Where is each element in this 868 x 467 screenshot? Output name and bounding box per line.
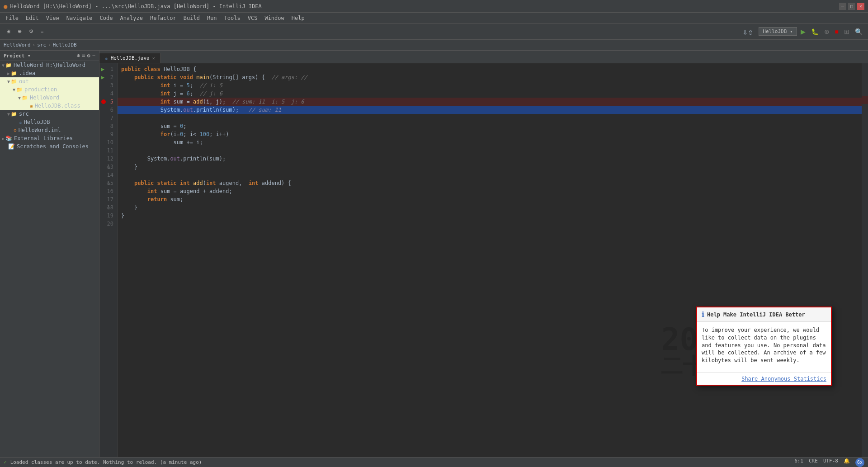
maximize-button[interactable]: □: [848, 3, 855, 10]
line-num-18: ◇ 18: [99, 203, 117, 212]
popup-link-share[interactable]: Share Anonymous Statistics: [741, 376, 826, 382]
sum-assign-16: sum = augend + addend;: [160, 188, 232, 194]
minimize-button[interactable]: ─: [839, 3, 846, 10]
param-addend: addend) {: [262, 180, 291, 186]
project-panel: Project ▾ ⊕ ≡ ⚙ − ▼ 📁 HelloWord H:\Hello…: [0, 51, 99, 467]
tree-item-helloword-out[interactable]: ▼ 📁 HelloWord: [0, 94, 99, 102]
menu-refactor[interactable]: Refactor: [146, 14, 180, 22]
project-hide-btn[interactable]: −: [92, 52, 95, 59]
num-6: 6: [187, 90, 190, 97]
close-button[interactable]: ✕: [857, 3, 864, 10]
menu-tools[interactable]: Tools: [221, 14, 244, 22]
hint-args: // args: //: [271, 74, 307, 80]
num-100: 100: [199, 131, 209, 137]
tree-item-hellojdb[interactable]: ☕ HelloJDB: [0, 118, 99, 126]
tree-item-out[interactable]: ▼ 📁 out: [0, 77, 99, 85]
tree-arrow-root: ▼: [2, 63, 5, 68]
breakpoint-dot-5: [101, 99, 106, 104]
kw-public-1: public: [121, 66, 144, 72]
code-content[interactable]: public class HelloJDB { public static vo…: [118, 63, 862, 459]
menu-navigate[interactable]: Navigate: [63, 14, 96, 22]
tree-item-root[interactable]: ▼ 📁 HelloWord H:\HelloWord: [0, 61, 99, 69]
tree-item-src[interactable]: ▼ 📁 src: [0, 110, 99, 118]
encoding-indicator[interactable]: CRE: [809, 458, 818, 467]
tree-label-out: out: [19, 78, 29, 85]
fn-add: add: [193, 99, 203, 105]
project-collapse-btn[interactable]: ≡: [82, 52, 85, 59]
return-sum: sum;: [170, 196, 183, 203]
coverage-button[interactable]: ⊕: [822, 27, 831, 36]
line-num-20: 20: [99, 220, 117, 228]
tree-item-class[interactable]: ◉ HelloJDB.class: [0, 102, 99, 110]
run-config-select[interactable]: HelloJDB ▾: [759, 27, 797, 36]
project-folder-icon: 📁: [5, 62, 12, 68]
kw-int-5: int: [160, 99, 174, 105]
tree-item-ext-libs[interactable]: ▶ 📚 External Libraries: [0, 134, 99, 142]
line-num-4: 4: [99, 90, 117, 98]
var-j-decl: j =: [174, 90, 187, 97]
code-line-19: }: [118, 212, 862, 220]
tree-item-idea[interactable]: ▶ 📁 .idea: [0, 69, 99, 77]
tree-item-production[interactable]: ▼ 📁 production: [0, 85, 99, 94]
error-gutter-5: [862, 96, 868, 104]
right-gutter: [862, 63, 868, 459]
status-right: 6:1 CRE UTF-8 🔔 6x: [794, 458, 864, 467]
hint-sum-11: // sum: 11 i: 5 j: 6: [232, 99, 304, 105]
menu-view[interactable]: View: [42, 14, 63, 22]
kw-int-add: int: [249, 180, 262, 186]
src-folder-icon: 📁: [11, 111, 17, 117]
tree-item-scratches[interactable]: 📝 Scratches and Consoles: [0, 142, 99, 151]
code-line-3: int i = 5 ; // i: 5: [118, 81, 862, 90]
toolbar-btn-settings[interactable]: ⚙: [26, 28, 36, 35]
popup-overlay: ℹ Help Make IntelliJ IDEA Better To impr…: [696, 307, 832, 386]
charset-indicator[interactable]: UTF-8: [823, 458, 838, 467]
menu-vcs[interactable]: VCS: [244, 14, 261, 22]
debug-run-button[interactable]: 🐛: [809, 27, 821, 36]
tab-close-btn[interactable]: ✕: [152, 56, 155, 61]
tree-item-iml[interactable]: ⚙ HelloWord.iml: [0, 126, 99, 134]
breadcrumb-sep-1: ›: [33, 42, 36, 48]
breadcrumb: HelloWord › src › HelloJDB: [0, 40, 868, 51]
status-bar: ✓ Loaded classes are up to date. Nothing…: [0, 457, 868, 467]
code-line-12: System. out .println(sum);: [118, 155, 862, 163]
menu-code[interactable]: Code: [96, 14, 117, 22]
project-sync-btn[interactable]: ⊕: [77, 52, 80, 59]
breadcrumb-src[interactable]: src: [37, 42, 46, 48]
production-folder-icon: 📁: [16, 87, 23, 93]
toolbar-btn-2[interactable]: ⊕: [15, 28, 24, 35]
run-button[interactable]: ▶: [799, 27, 807, 36]
kw-return: return: [147, 196, 170, 203]
kw-public-2: public: [134, 74, 157, 80]
build-button[interactable]: ⊞: [842, 27, 851, 36]
for-params: (i=: [170, 131, 180, 137]
tree-label-hellojdb: HelloJDB: [24, 119, 50, 125]
breadcrumb-file[interactable]: HelloJDB: [53, 42, 77, 48]
cursor-position[interactable]: 6:1: [794, 458, 803, 467]
project-header-label: Project ▾: [4, 53, 31, 59]
menu-edit[interactable]: Edit: [22, 14, 42, 22]
line-num-9: 9: [99, 130, 117, 138]
menu-file[interactable]: File: [2, 14, 22, 22]
fn-main: main: [196, 74, 209, 80]
search-everywhere-button[interactable]: 🔍: [853, 27, 864, 36]
breadcrumb-project[interactable]: HelloWord: [4, 42, 31, 48]
title-bar-controls[interactable]: ─ □ ✕: [839, 3, 864, 10]
editor-tab-hellojdb[interactable]: ☕ HelloJDB.java ✕: [99, 53, 161, 63]
out-folder-icon: 📁: [11, 79, 17, 85]
num-5: 5: [187, 82, 190, 89]
toolbar-btn-4[interactable]: ≡: [38, 28, 46, 35]
menu-window[interactable]: Window: [261, 14, 288, 22]
toolbar-btn-1[interactable]: ⊞: [4, 28, 13, 35]
code-line-14: [118, 171, 862, 179]
tree-label-production: production: [24, 86, 57, 93]
stop-button[interactable]: ■: [833, 27, 840, 36]
menu-build[interactable]: Build: [180, 14, 203, 22]
semicolon-3: ;: [190, 82, 200, 89]
project-gear-btn[interactable]: ⚙: [87, 52, 90, 59]
kw-int-16: int: [147, 188, 160, 194]
menu-analyze[interactable]: Analyze: [116, 14, 146, 22]
hint-i-5: // i: 5: [199, 82, 222, 89]
kw-int-aug: int: [206, 180, 219, 186]
menu-help[interactable]: Help: [288, 14, 308, 22]
menu-run[interactable]: Run: [203, 14, 221, 22]
